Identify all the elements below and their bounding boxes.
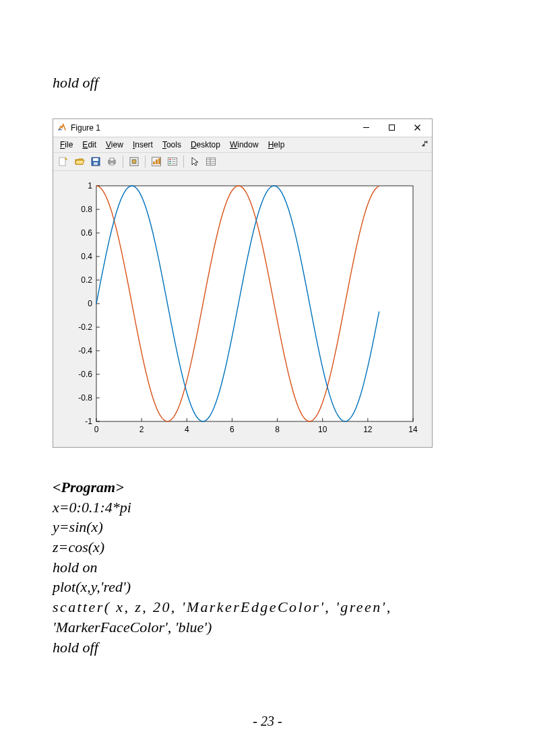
svg-rect-7 xyxy=(94,162,98,165)
svg-text:-0.6: -0.6 xyxy=(78,370,92,379)
menu-window[interactable]: Window xyxy=(230,140,259,149)
code-heading: <Program> xyxy=(53,477,482,497)
menu-desktop[interactable]: Desktop xyxy=(191,140,220,149)
code-line: x=0:0.1:4*pi xyxy=(53,497,482,518)
svg-text:0.6: 0.6 xyxy=(81,228,92,238)
svg-text:12: 12 xyxy=(363,425,373,434)
menu-tools[interactable]: Tools xyxy=(162,140,181,149)
svg-text:14: 14 xyxy=(408,425,418,434)
open-icon[interactable] xyxy=(72,155,87,168)
minimize-button[interactable] xyxy=(358,123,374,133)
link-icon[interactable] xyxy=(127,155,141,168)
close-button[interactable] xyxy=(409,123,425,133)
svg-text:2: 2 xyxy=(139,425,144,434)
maximize-button[interactable] xyxy=(383,123,400,133)
svg-rect-6 xyxy=(93,158,98,161)
datacursor-icon[interactable] xyxy=(149,155,164,168)
menu-help[interactable]: Help xyxy=(268,140,285,149)
page-number: - 23 - xyxy=(0,714,535,729)
undock-icon[interactable] xyxy=(421,139,428,149)
text-hold-off: hold off xyxy=(53,74,482,92)
svg-text:8: 8 xyxy=(275,425,280,434)
new-figure-icon[interactable] xyxy=(56,155,71,168)
code-line-scatter-a: scatter( x, z, 20, 'MarkerEdgeColor', 'g… xyxy=(53,597,482,617)
menu-view[interactable]: View xyxy=(106,140,123,149)
svg-text:4: 4 xyxy=(185,425,189,434)
svg-text:0: 0 xyxy=(88,299,92,308)
menu-file[interactable]: File xyxy=(60,140,73,149)
code-line: hold off xyxy=(53,638,482,658)
svg-text:-0.8: -0.8 xyxy=(78,393,92,403)
svg-text:0.4: 0.4 xyxy=(81,252,92,261)
code-line: plot(x,y,'red') xyxy=(53,577,482,597)
svg-text:1: 1 xyxy=(88,181,92,191)
svg-rect-14 xyxy=(153,162,155,164)
svg-text:10: 10 xyxy=(318,425,327,434)
svg-rect-1 xyxy=(389,125,394,130)
menu-edit[interactable]: Edit xyxy=(82,140,96,149)
svg-text:-0.4: -0.4 xyxy=(78,346,92,355)
code-line: hold on xyxy=(53,557,482,578)
svg-text:-1: -1 xyxy=(85,417,92,426)
code-listing: <Program> x=0:0.1:4*pi y=sin(x) z=cos(x)… xyxy=(53,477,482,657)
matlab-figure-window: Figure 1 File Edit View Insert Tools Des… xyxy=(53,118,433,448)
inspect-icon[interactable] xyxy=(203,155,218,168)
svg-rect-10 xyxy=(110,163,114,165)
window-controls xyxy=(358,123,428,133)
svg-rect-12 xyxy=(132,160,136,164)
save-icon[interactable] xyxy=(88,155,103,168)
toolbar-separator xyxy=(145,156,146,168)
svg-text:6: 6 xyxy=(230,425,234,434)
svg-text:-0.2: -0.2 xyxy=(78,322,92,332)
svg-text:0.8: 0.8 xyxy=(81,205,92,214)
document-page: hold off Figure 1 xyxy=(0,0,535,756)
code-line-scatter-b: 'MarkerFaceColor', 'blue') xyxy=(53,617,482,638)
svg-rect-4 xyxy=(59,158,65,166)
plot-axes: 02468101214-1-0.8-0.6-0.4-0.200.20.40.60… xyxy=(53,171,432,447)
toolbar xyxy=(53,153,432,171)
toolbar-separator xyxy=(123,156,123,168)
print-icon[interactable] xyxy=(104,155,119,168)
code-line: y=sin(x) xyxy=(53,517,482,537)
toolbar-separator xyxy=(183,156,184,168)
svg-rect-29 xyxy=(96,186,413,421)
menubar: File Edit View Insert Tools Desktop Wind… xyxy=(53,137,432,153)
code-line: z=cos(x) xyxy=(53,537,482,557)
pointer-icon[interactable] xyxy=(187,155,202,168)
legend-icon[interactable] xyxy=(165,155,180,168)
svg-text:0.2: 0.2 xyxy=(81,275,92,285)
svg-text:0: 0 xyxy=(94,425,99,434)
menu-insert[interactable]: Insert xyxy=(133,140,153,149)
matlab-icon xyxy=(57,123,67,133)
window-titlebar: Figure 1 xyxy=(53,119,432,137)
window-title: Figure 1 xyxy=(71,123,358,133)
svg-rect-16 xyxy=(158,158,160,164)
svg-rect-15 xyxy=(156,160,158,164)
svg-rect-9 xyxy=(110,158,114,161)
